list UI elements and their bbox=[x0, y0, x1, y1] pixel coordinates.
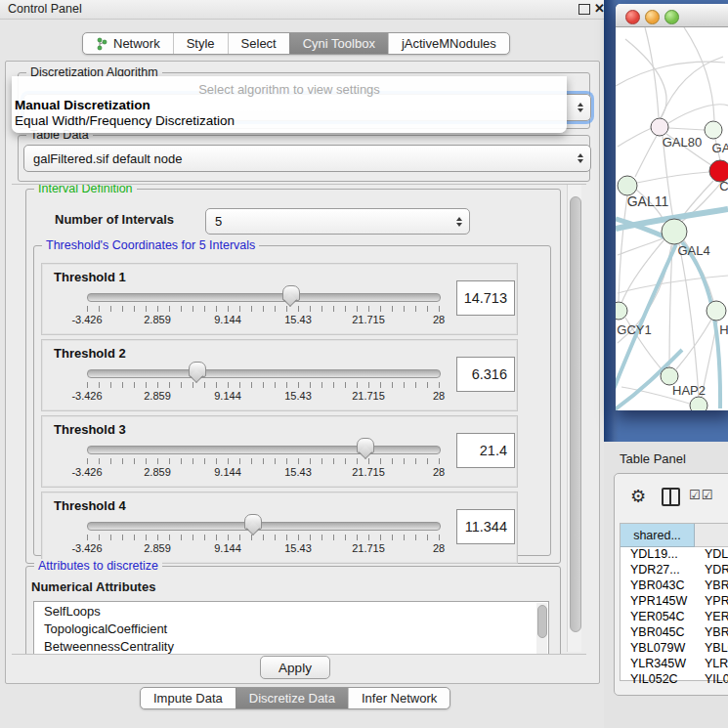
threshold-slider-thumb[interactable] bbox=[244, 514, 262, 530]
table-row[interactable]: YBR045CYBR0 bbox=[621, 625, 728, 641]
slider-tick-label: 9.144 bbox=[214, 542, 241, 554]
select-columns-icon[interactable]: ☑☑ bbox=[689, 488, 713, 502]
threshold-slider-track[interactable] bbox=[87, 293, 441, 302]
network-edge[interactable] bbox=[618, 128, 652, 147]
tab-label: jActiveMNodules bbox=[402, 36, 496, 51]
attributes-group-title: Attributes to discretize bbox=[34, 559, 162, 573]
network-view-window[interactable]: GAL80GACGAL11GAL4GCY1HHAP2 bbox=[616, 4, 728, 410]
network-node-gal80[interactable] bbox=[651, 118, 668, 136]
table-cell: YLR3 bbox=[695, 657, 728, 672]
slider-tick-label: 9.144 bbox=[214, 390, 241, 402]
threshold-slider-thumb[interactable] bbox=[282, 285, 300, 301]
table-cell: YPR145W bbox=[621, 594, 695, 610]
tab-cyni-toolbox[interactable]: Cyni Toolbox bbox=[289, 33, 388, 54]
table-row[interactable]: YLR345WYLR3 bbox=[621, 657, 728, 672]
minimize-traffic-light-icon[interactable] bbox=[645, 10, 660, 24]
network-node-h[interactable] bbox=[707, 301, 726, 321]
network-edge[interactable] bbox=[637, 172, 709, 183]
tab-select[interactable]: Select bbox=[228, 33, 289, 54]
table-header-row: shared...na bbox=[621, 524, 728, 547]
table-cell: YBR0 bbox=[695, 625, 728, 641]
table-cell: YBR0 bbox=[695, 578, 728, 594]
network-canvas[interactable]: GAL80GACGAL11GAL4GCY1HHAP2 bbox=[616, 27, 728, 410]
table-row[interactable]: YPR145WYPR1 bbox=[621, 594, 728, 610]
popup-option-manual-discretization[interactable]: Manual Discretization bbox=[15, 98, 150, 112]
network-edge[interactable] bbox=[625, 39, 666, 118]
network-icon bbox=[96, 37, 108, 51]
split-table-icon[interactable] bbox=[662, 488, 680, 506]
threshold-value-field[interactable]: 6.316 bbox=[456, 357, 515, 392]
table-cell: YDL19... bbox=[621, 547, 695, 563]
slider-tick-label: 2.859 bbox=[144, 314, 171, 325]
network-node-label: GCY1 bbox=[617, 322, 651, 337]
column-header-na[interactable]: na bbox=[695, 524, 728, 547]
zoom-traffic-light-icon[interactable] bbox=[664, 10, 679, 24]
settings-scroll-area: Interval Definition Number of Intervals … bbox=[12, 184, 586, 655]
table-cell: YER0 bbox=[695, 610, 728, 625]
network-node-gcy1[interactable] bbox=[616, 302, 627, 320]
table-row[interactable]: YBL079WYBL0 bbox=[621, 641, 728, 657]
network-node-gal4[interactable] bbox=[662, 219, 687, 244]
table-cell: YBR043C bbox=[621, 578, 695, 594]
slider-tick-label: 28 bbox=[433, 390, 445, 402]
threshold-slider-track[interactable] bbox=[87, 369, 441, 378]
stepper-arrows-icon bbox=[578, 153, 583, 163]
network-edge[interactable] bbox=[668, 128, 705, 130]
slider-ticks bbox=[87, 382, 440, 388]
network-edge[interactable] bbox=[668, 105, 728, 123]
attribute-item[interactable]: SelfLoops bbox=[34, 602, 548, 620]
stepper-arrows-icon bbox=[456, 217, 462, 227]
network-node-label: GAL80 bbox=[663, 135, 702, 150]
attributes-list-scrollbar[interactable] bbox=[536, 603, 547, 654]
tab-network[interactable]: Network bbox=[83, 33, 173, 54]
threshold-slider-track[interactable] bbox=[87, 446, 441, 454]
network-edge[interactable] bbox=[619, 195, 627, 301]
float-window-icon[interactable] bbox=[578, 4, 590, 15]
close-traffic-light-icon[interactable] bbox=[625, 10, 640, 24]
attribute-item[interactable]: BetweennessCentrality bbox=[34, 637, 548, 655]
tab-impute-data[interactable]: Impute Data bbox=[141, 688, 236, 708]
network-node-gal11[interactable] bbox=[618, 176, 637, 195]
settings-vertical-scrollbar[interactable] bbox=[567, 185, 581, 652]
table-row[interactable]: YIL052CYIL0 bbox=[621, 672, 728, 688]
network-window-titlebar[interactable] bbox=[616, 4, 728, 27]
network-edge[interactable] bbox=[684, 27, 714, 120]
slider-tick-label: 15.43 bbox=[284, 466, 312, 478]
gear-icon[interactable]: ⚙ bbox=[630, 486, 646, 507]
threshold-value-field[interactable]: 14.713 bbox=[456, 280, 515, 316]
algorithm-popup-prompt: Select algorithm to view settings bbox=[12, 82, 567, 97]
table-data-combobox[interactable]: galFiltered.sif default node bbox=[23, 145, 591, 172]
attribute-item[interactable]: TopologicalCoefficient bbox=[34, 620, 548, 637]
tab-style[interactable]: Style bbox=[173, 33, 228, 54]
numerical-attributes-list[interactable]: SelfLoopsTopologicalCoefficientBetweenne… bbox=[33, 601, 549, 655]
threshold-slider-track[interactable] bbox=[87, 522, 441, 531]
node-table[interactable]: shared...na YDL19...YDL1YDR27...YDR2YBR0… bbox=[620, 523, 728, 681]
network-edge[interactable] bbox=[679, 244, 699, 397]
table-row[interactable]: YER054CYER0 bbox=[621, 610, 728, 625]
column-header-shared[interactable]: shared... bbox=[621, 524, 695, 547]
popup-option-equal-width-frequency-discretization[interactable]: Equal Width/Frequency Discretization bbox=[15, 113, 235, 128]
apply-button[interactable]: Apply bbox=[260, 656, 330, 679]
threshold-value-field[interactable]: 11.344 bbox=[456, 509, 515, 544]
table-row[interactable]: YDR27...YDR2 bbox=[621, 563, 728, 578]
control-panel-titlebar: Control Panel ✕ bbox=[0, 0, 606, 20]
network-edge[interactable] bbox=[635, 136, 657, 177]
threshold-slider-thumb[interactable] bbox=[357, 438, 374, 453]
slider-tick-label: 9.144 bbox=[214, 314, 241, 325]
table-row[interactable]: YDL19...YDL1 bbox=[621, 547, 728, 563]
network-edge[interactable] bbox=[621, 239, 664, 303]
network-node-node[interactable] bbox=[690, 397, 707, 410]
table-row[interactable]: YBR043CYBR0 bbox=[621, 578, 728, 594]
network-node-ga[interactable] bbox=[705, 121, 722, 139]
tab-jactivemnodules[interactable]: jActiveMNodules bbox=[388, 33, 509, 54]
slider-tick-label: 28 bbox=[433, 466, 445, 478]
slider-tick-label: 28 bbox=[433, 314, 445, 325]
threshold-slider-thumb[interactable] bbox=[189, 362, 206, 377]
tab-discretize-data[interactable]: Discretize Data bbox=[236, 688, 348, 708]
slider-tick-label: -3.426 bbox=[71, 542, 102, 554]
table-panel-inner: ⚙ ☑☑ shared...na YDL19...YDL1YDR27...YDR… bbox=[614, 473, 728, 696]
tab-infer-network[interactable]: Infer Network bbox=[348, 688, 450, 708]
threshold-value-field[interactable]: 21.4 bbox=[456, 433, 515, 468]
slider-tick-label: 2.859 bbox=[144, 542, 171, 554]
number-of-intervals-combobox[interactable]: 5 bbox=[205, 208, 470, 235]
